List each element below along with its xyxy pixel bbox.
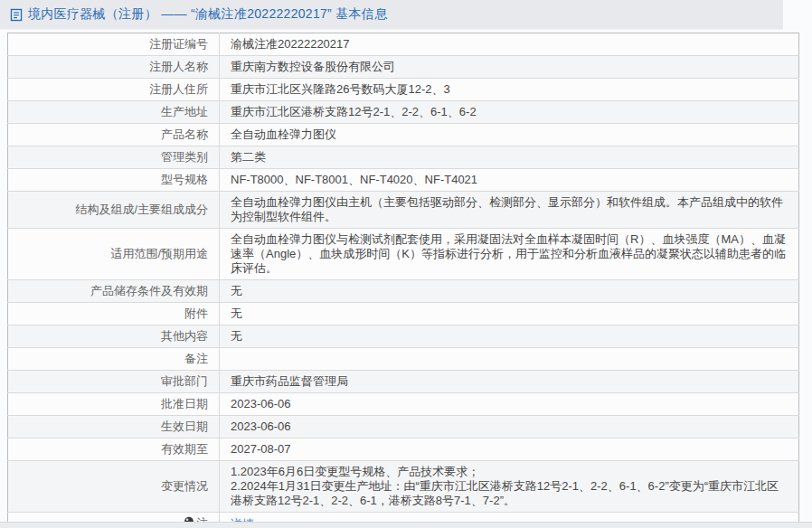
row-label-text: 型号规格 [161, 173, 208, 186]
table-row: 变更情况1.2023年6月6日变更型号规格、产品技术要求；2.2024年1月31… [8, 461, 799, 513]
row-label: 管理类别 [8, 146, 220, 169]
row-value: 无 [220, 303, 799, 325]
row-value-text: 渝械注准20222220217 [231, 37, 350, 51]
row-value: 渝械注准20222220217 [220, 33, 799, 56]
table-row: 注册人名称重庆南方数控设备股份有限公司 [8, 56, 799, 79]
row-value: 重庆市江北区兴隆路26号数码大厦12-2、3 [220, 79, 799, 101]
page-title: 境内医疗器械（注册） —— “渝械注准20222220217” 基本信息 [28, 6, 387, 23]
row-value-line: 1.2023年6月6日变更型号规格、产品技术要求； [231, 465, 788, 479]
table-row: 适用范围/预期用途全自动血栓弹力图仪与检测试剂配套使用，采用凝固法对全血样本凝固… [8, 229, 799, 280]
table-row: 注册人住所重庆市江北区兴隆路26号数码大厦12-2、3 [8, 79, 799, 101]
row-label-text: 有效期至 [161, 442, 208, 456]
row-value-text: 重庆南方数控设备股份有限公司 [231, 60, 395, 73]
row-label: 型号规格 [8, 169, 220, 192]
table-row: 生产地址重庆市江北区港桥支路12号2-1、2-2、6-1、6-2 [8, 101, 799, 124]
row-value-text: 全自动血栓弹力图仪与检测试剂配套使用，采用凝固法对全血样本凝固时间（R）、血块强… [231, 232, 786, 275]
table-row: 附件无 [8, 303, 799, 325]
row-value-line: 2.2024年1月31日变更生产地址：由“重庆市江北区港桥支路12号2-1、2-… [231, 479, 788, 508]
table-row: 审批部门重庆市药品监督管理局 [8, 371, 799, 393]
row-label: 备注 [8, 348, 220, 371]
row-label-text: 审批部门 [161, 374, 208, 388]
table-row: 产品储存条件及有效期无 [8, 280, 799, 303]
registration-info-table: 注册证编号渝械注准20222220217注册人名称重庆南方数控设备股份有限公司注… [7, 33, 799, 528]
row-label-text: 产品储存条件及有效期 [90, 284, 208, 297]
row-value-text: 2023-06-06 [231, 397, 291, 410]
row-label-text: 注册人名称 [149, 60, 208, 73]
row-label-text: 注册人住所 [149, 82, 208, 96]
table-row: 其他内容无 [8, 325, 799, 348]
row-value: 2027-08-07 [220, 438, 799, 461]
row-value: 无 [220, 280, 799, 303]
row-label-text: 附件 [184, 306, 208, 320]
row-label-text: 适用范围/预期用途 [110, 247, 208, 260]
row-label: 适用范围/预期用途 [8, 229, 220, 280]
row-value-text: 重庆市药品监督管理局 [231, 374, 348, 388]
document-icon [10, 8, 23, 22]
table-row: 批准日期2023-06-06 [8, 393, 799, 416]
table-row: 注册证编号渝械注准20222220217 [8, 33, 799, 56]
row-label: 注册证编号 [8, 33, 220, 56]
row-label: 结构及组成/主要组成成分 [8, 192, 220, 229]
row-value: 全自动血栓弹力图仪由主机（主要包括驱动部分、检测部分、显示部分）和软件组成。本产… [220, 192, 799, 229]
table-row: 型号规格NF-T8000、NF-T8001、NF-T4020、NF-T4021 [8, 169, 799, 192]
row-value-text: 重庆市江北区港桥支路12号2-1、2-2、6-1、6-2 [231, 105, 477, 118]
row-label-text: 变更情况 [161, 479, 208, 493]
row-value-text: 2027-08-07 [231, 442, 291, 456]
row-label-text: 其他内容 [161, 329, 208, 343]
row-value: 重庆市江北区港桥支路12号2-1、2-2、6-1、6-2 [220, 101, 799, 124]
row-label: 审批部门 [8, 371, 220, 393]
row-label: 批准日期 [8, 393, 220, 416]
row-label-text: 生效日期 [161, 420, 208, 433]
table-row: 产品名称全自动血栓弹力图仪 [8, 124, 799, 146]
row-label-text: 注册证编号 [149, 37, 208, 51]
page-header: 境内医疗器械（注册） —— “渝械注准20222220217” 基本信息 [0, 0, 783, 30]
row-label-text: 生产地址 [161, 105, 208, 118]
row-label-text: 批准日期 [161, 397, 208, 410]
row-label: 注册人名称 [8, 56, 220, 79]
row-value: 重庆市药品监督管理局 [220, 371, 799, 393]
row-value-text: 全自动血栓弹力图仪由主机（主要包括驱动部分、检测部分、显示部分）和软件组成。本产… [231, 195, 783, 223]
row-value: 全自动血栓弹力图仪 [220, 124, 799, 146]
row-label: 注册人住所 [8, 79, 220, 101]
row-value-text: 全自动血栓弹力图仪 [231, 127, 336, 141]
row-label: 其他内容 [8, 325, 220, 348]
row-value: 第二类 [220, 146, 799, 169]
table-row: 备注 [8, 348, 799, 371]
row-value-text: 无 [231, 284, 242, 297]
row-value-text: 无 [231, 306, 242, 320]
row-label: 产品名称 [8, 124, 220, 146]
row-value-text: 2023-06-06 [231, 420, 291, 433]
table-row: 管理类别第二类 [8, 146, 799, 169]
row-value: 无 [220, 325, 799, 348]
row-label: 产品储存条件及有效期 [8, 280, 220, 303]
table-row: 生效日期2023-06-06 [8, 416, 799, 438]
row-label: 生效日期 [8, 416, 220, 438]
row-value: 1.2023年6月6日变更型号规格、产品技术要求；2.2024年1月31日变更生… [220, 461, 799, 513]
row-label-text: 结构及组成/主要组成成分 [75, 203, 208, 216]
row-label: 变更情况 [8, 461, 220, 513]
row-value: 2023-06-06 [220, 393, 799, 416]
row-value: 2023-06-06 [220, 416, 799, 438]
row-label: 有效期至 [8, 438, 220, 461]
row-value-text: NF-T8000、NF-T8001、NF-T4020、NF-T4021 [231, 173, 477, 186]
row-value-text: 第二类 [231, 150, 266, 164]
row-label-text: 备注 [184, 352, 208, 365]
row-label: 附件 [8, 303, 220, 325]
table-row: 结构及组成/主要组成成分全自动血栓弹力图仪由主机（主要包括驱动部分、检测部分、显… [8, 192, 799, 229]
row-label-text: 产品名称 [161, 127, 208, 141]
row-label: 生产地址 [8, 101, 220, 124]
row-value-text: 无 [231, 329, 242, 343]
row-value: NF-T8000、NF-T8001、NF-T4020、NF-T4021 [220, 169, 799, 192]
row-value-text: 重庆市江北区兴隆路26号数码大厦12-2、3 [231, 82, 450, 96]
table-row: 有效期至2027-08-07 [8, 438, 799, 461]
row-value: 全自动血栓弹力图仪与检测试剂配套使用，采用凝固法对全血样本凝固时间（R）、血块强… [220, 229, 799, 280]
footer-strip [0, 522, 812, 528]
row-value: 重庆南方数控设备股份有限公司 [220, 56, 799, 79]
row-label-text: 管理类别 [161, 150, 208, 164]
row-value [220, 348, 799, 371]
